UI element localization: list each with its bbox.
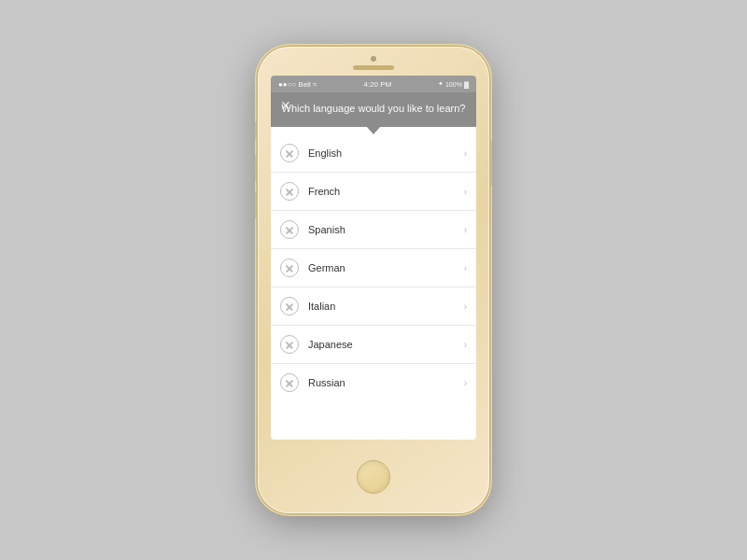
language-item[interactable]: Japanese› [271, 326, 476, 364]
chevron-right-icon: › [464, 148, 467, 159]
language-name: Japanese [308, 339, 464, 350]
speaker [353, 65, 394, 70]
language-name: Italian [308, 301, 464, 312]
language-icon [280, 220, 299, 239]
language-name: German [308, 262, 464, 273]
chevron-right-icon: › [464, 301, 467, 312]
chevron-right-icon: › [464, 225, 467, 235]
language-icon [280, 297, 299, 315]
status-bar: ●●○○ Bell ≈ 4:20 PM ✦ 100% ▓ [271, 76, 476, 92]
language-icon [280, 182, 299, 201]
language-list: English›French›Spanish›German›Italian›Ja… [271, 134, 476, 401]
language-icon [280, 335, 299, 354]
header-title: Which language would you like to learn? [280, 102, 467, 116]
language-item[interactable]: French› [271, 173, 476, 211]
language-icon [280, 259, 299, 277]
language-item[interactable]: German› [271, 249, 476, 287]
status-carrier: ●●○○ Bell ≈ [278, 80, 317, 89]
phone-top [258, 47, 489, 70]
language-item[interactable]: English› [271, 134, 476, 173]
mute-button [255, 121, 258, 140]
chevron-right-icon: › [464, 263, 467, 273]
language-name: French [308, 186, 464, 197]
language-item[interactable]: Italian› [271, 287, 476, 326]
language-item[interactable]: Russian› [271, 364, 476, 401]
volume-down-button [255, 191, 258, 219]
language-name: Spanish [308, 224, 464, 235]
phone-frame: ●●○○ Bell ≈ 4:20 PM ✦ 100% ▓ ✕ Which lan… [258, 47, 489, 513]
close-button[interactable]: ✕ [280, 98, 291, 113]
status-time: 4:20 PM [363, 80, 391, 89]
power-button [489, 140, 492, 187]
language-name: Russian [308, 377, 464, 388]
camera [371, 56, 376, 62]
home-button[interactable] [357, 460, 390, 494]
screen-header: ✕ Which language would you like to learn… [271, 92, 476, 127]
language-icon [280, 144, 299, 162]
status-battery: ✦ 100% ▓ [438, 80, 469, 88]
volume-up-button [255, 154, 258, 182]
chevron-right-icon: › [464, 378, 467, 388]
chevron-right-icon: › [464, 340, 467, 350]
chevron-right-icon: › [464, 187, 467, 197]
language-name: English [308, 147, 464, 159]
language-item[interactable]: Spanish› [271, 211, 476, 249]
header-arrow [366, 126, 381, 134]
phone-bottom [357, 440, 390, 513]
language-icon [280, 373, 299, 392]
phone-screen: ●●○○ Bell ≈ 4:20 PM ✦ 100% ▓ ✕ Which lan… [271, 76, 476, 440]
